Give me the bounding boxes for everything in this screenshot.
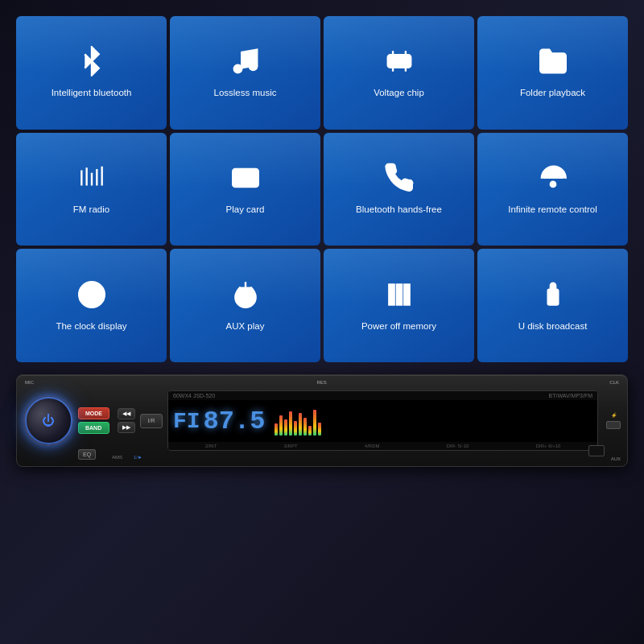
feature-label: Lossless music xyxy=(214,87,277,99)
aux-label: AUX xyxy=(611,456,621,461)
feature-label: Play card xyxy=(226,204,265,216)
feature-label: Voltage chip xyxy=(374,87,424,99)
feature-label: U disk broadcast xyxy=(518,320,588,332)
frequency-display: 87.5 xyxy=(204,407,266,436)
spectrum-bar xyxy=(318,423,321,436)
feature-lossless-music[interactable]: Lossless music xyxy=(170,16,320,130)
feature-label: Folder playback xyxy=(520,87,585,99)
svg-point-12 xyxy=(79,282,105,308)
radio-icon xyxy=(76,163,107,197)
feature-folder-playback[interactable]: Folder playback xyxy=(477,16,628,130)
display-main: FI 87.5 xyxy=(168,400,597,442)
dir-plus: DIR+ 6/+10 xyxy=(536,444,561,448)
voltage-icon xyxy=(384,46,415,80)
band-button[interactable]: BAND xyxy=(78,422,109,434)
spectrum-bar xyxy=(284,419,287,436)
svg-rect-9 xyxy=(233,169,258,187)
radio-device: MIC RES CLK ⏻ MODE BAND ◀◀ ▶▶ I/R xyxy=(16,374,628,467)
spectrum-bars xyxy=(275,407,321,436)
play-label: 1/► xyxy=(134,455,142,460)
usb-slot[interactable] xyxy=(606,421,621,429)
ams-label: AMS xyxy=(112,455,122,460)
udisk-icon xyxy=(538,279,568,314)
feature-bluetooth-handsfree[interactable]: Bluetooth hands-free xyxy=(324,133,474,246)
feature-play-card[interactable]: Play card xyxy=(170,133,320,246)
spectrum-bar xyxy=(303,418,307,436)
model-label: 60WX4 JSD-520 xyxy=(173,393,215,398)
folder-icon xyxy=(538,46,568,80)
svg-rect-14 xyxy=(547,289,558,304)
handsfree-icon xyxy=(384,163,415,197)
feature-grid: Intelligent bluetooth Lossless music xyxy=(16,16,628,362)
power-knob[interactable]: ⏻ xyxy=(23,396,73,446)
spectrum-bar xyxy=(275,423,278,436)
svg-point-0 xyxy=(233,65,242,73)
clk-label: CLK xyxy=(609,380,619,385)
memory-icon xyxy=(384,279,415,314)
feature-power-off-memory[interactable]: Power off memory xyxy=(324,249,474,362)
spectrum-bar xyxy=(308,426,312,436)
svg-point-13 xyxy=(244,304,246,307)
btn-3rpt: 3/RPT xyxy=(284,444,298,448)
radio-left-controls: ⏻ MODE BAND ◀◀ ▶▶ I/R xyxy=(23,396,163,446)
clock-icon xyxy=(76,279,107,314)
spectrum-bar xyxy=(279,415,283,436)
power-icon: ⏻ xyxy=(42,414,55,428)
svg-point-1 xyxy=(249,63,257,71)
btn-4rdm: 4/RDM xyxy=(365,444,380,448)
spectrum-bar xyxy=(294,421,297,436)
feature-intelligent-bluetooth[interactable]: Intelligent bluetooth xyxy=(16,16,167,130)
main-container: Intelligent bluetooth Lossless music xyxy=(0,0,644,644)
skip-buttons: ◀◀ ▶▶ xyxy=(118,408,135,433)
feature-clock-display[interactable]: The clock display xyxy=(16,249,167,362)
top-labels: MIC RES CLK xyxy=(25,380,619,385)
eq-button[interactable]: EQ xyxy=(78,449,96,460)
feature-label: Infinite remote control xyxy=(508,204,597,216)
card-icon xyxy=(230,163,261,197)
spectrum-bar xyxy=(313,410,316,436)
spectrum-bar xyxy=(299,413,302,436)
feature-voltage-chip[interactable]: Voltage chip xyxy=(324,16,474,130)
feature-aux-play[interactable]: AUX play xyxy=(170,249,320,362)
aux-icon xyxy=(230,279,261,314)
display-bottom-bar: 2/INT 3/RPT 4/RDM DIR- 5/-10 DIR+ 6/+10 xyxy=(168,442,597,450)
svg-rect-2 xyxy=(387,55,411,68)
dir-minus: DIR- 5/-10 xyxy=(447,444,469,448)
usb-label: ⚡ xyxy=(611,412,617,418)
feature-label: Bluetooth hands-free xyxy=(356,204,442,216)
skip-fwd-button[interactable]: ▶▶ xyxy=(118,422,135,433)
svg-point-15 xyxy=(551,295,555,299)
feature-u-disk-broadcast[interactable]: U disk broadcast xyxy=(477,249,628,362)
feature-infinite-remote[interactable]: Infinite remote control xyxy=(477,133,628,246)
bluetooth-icon xyxy=(76,46,107,80)
btn-2int: 2/INT xyxy=(205,444,217,448)
res-label: RES xyxy=(316,380,326,385)
feature-label: The clock display xyxy=(56,320,126,332)
radio-right-controls: ⚡ xyxy=(606,412,621,429)
feature-label: Power off memory xyxy=(361,320,436,332)
ir-button[interactable]: I/R xyxy=(140,414,163,428)
bt-label: BT/WAV/MP3/FM xyxy=(549,393,592,398)
mic-label: MIC xyxy=(25,380,34,385)
mode-button[interactable]: MODE xyxy=(78,407,109,419)
spectrum-bar xyxy=(289,411,292,436)
svg-point-11 xyxy=(550,182,555,187)
skip-back-button[interactable]: ◀◀ xyxy=(118,408,135,419)
feature-label: Intelligent bluetooth xyxy=(52,87,132,99)
display-top-bar: 60WX4 JSD-520 BT/WAV/MP3/FM xyxy=(168,391,597,400)
mode-band-buttons: MODE BAND xyxy=(78,407,109,434)
feature-label: AUX play xyxy=(226,320,265,332)
card-slot[interactable] xyxy=(588,445,605,456)
fi-text: FI xyxy=(173,409,200,434)
feature-fm-radio[interactable]: FM radio xyxy=(16,133,167,246)
feature-label: FM radio xyxy=(73,204,109,216)
music-icon xyxy=(230,46,261,80)
remote-icon xyxy=(538,163,568,197)
radio-display: 60WX4 JSD-520 BT/WAV/MP3/FM FI 87.5 xyxy=(167,390,598,451)
